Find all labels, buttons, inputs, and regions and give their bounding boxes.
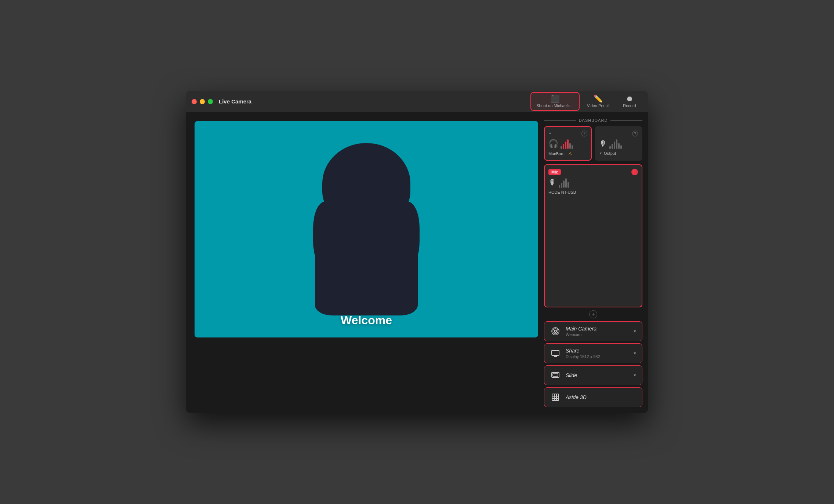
output-audio-card[interactable]: ? 🎙 ▼ [595, 126, 642, 161]
main-camera-icon [550, 325, 561, 337]
record-label: Record [623, 103, 636, 108]
output-help-icon[interactable]: ? [632, 131, 638, 136]
slide-row[interactable]: Slide ▼ [544, 365, 642, 385]
bar1 [561, 146, 562, 149]
slide-name: Slide [566, 372, 628, 378]
output-icon-row: 🎙 [599, 139, 638, 149]
app-window: Live Camera ⬛ Shoot on Michael's... ✏️ V… [186, 91, 648, 413]
mic-card-name: RODE NT-USB [548, 190, 638, 194]
slide-info: Slide [566, 372, 628, 378]
mic-level-bars [559, 178, 569, 188]
macbook-card-name: MacBoo... ⚠ [548, 151, 587, 156]
bar4 [567, 139, 569, 149]
obar1 [609, 146, 611, 149]
video-pencil-button[interactable]: ✏️ Video Pencil [582, 93, 614, 110]
macbook-level-bars [561, 139, 573, 149]
main-content: Welcome Dashboard ▼ ? 🎧 [186, 112, 648, 413]
shoot-on-button[interactable]: ⬛ Shoot on Michael's... [530, 92, 580, 111]
mbar4 [565, 178, 567, 188]
aside3d-name: Aside 3D [566, 394, 637, 400]
mic-icon-row: 🎙 [548, 178, 638, 188]
share-chevron: ▼ [633, 351, 637, 355]
macbook-warning-icon: ⚠ [568, 151, 572, 156]
mic-audio-card[interactable]: Mic 🚫 🎙 RODE NT-USB [544, 164, 642, 307]
mbar2 [561, 183, 562, 188]
aside3d-icon [550, 391, 561, 403]
main-camera-row[interactable]: Main Camera Webcam ▼ [544, 321, 642, 341]
main-camera-name: Main Camera [566, 326, 628, 332]
add-row: + [544, 310, 642, 319]
obar6 [620, 145, 622, 149]
bar3 [565, 142, 566, 149]
maximize-button[interactable] [208, 99, 213, 104]
macbook-name-text: MacBoo... [548, 151, 567, 156]
svg-point-1 [553, 329, 558, 334]
output-level-bars [609, 139, 622, 149]
macbook-icon-row: 🎧 [548, 139, 587, 149]
obar2 [612, 144, 613, 149]
camera-view: Welcome [195, 121, 538, 337]
obar5 [618, 143, 620, 149]
svg-rect-6 [553, 373, 558, 376]
share-icon [550, 347, 561, 359]
bar2 [563, 144, 564, 149]
macbook-dropdown: ▼ [548, 132, 552, 135]
macbook-card-header: ▼ ? [548, 131, 587, 136]
audio-row: ▼ ? 🎧 [544, 126, 642, 161]
aside3d-info: Aside 3D [566, 394, 637, 400]
traffic-lights [192, 99, 213, 104]
aside3d-row[interactable]: Aside 3D [544, 387, 642, 407]
mbar1 [559, 185, 560, 188]
slide-icon [550, 369, 561, 381]
shoot-icon: ⬛ [551, 95, 560, 102]
share-sub: Display 1512 x 982 [566, 354, 628, 359]
window-title: Live Camera [219, 98, 251, 105]
output-audio-icon: 🎙 [599, 139, 607, 149]
add-source-button[interactable]: + [589, 310, 597, 318]
macbook-help-icon[interactable]: ? [581, 131, 587, 136]
share-row[interactable]: Share Display 1512 x 982 ▼ [544, 343, 642, 363]
output-card-header: ? [599, 131, 638, 136]
camera-section: Welcome [186, 112, 538, 413]
macbook-audio-card[interactable]: ▼ ? 🎧 [544, 126, 592, 161]
output-dropdown: ▼ [599, 151, 602, 155]
mic-muted-icon[interactable]: 🚫 [631, 169, 638, 175]
toolbar-buttons: ⬛ Shoot on Michael's... ✏️ Video Pencil … [530, 91, 642, 112]
svg-point-0 [554, 330, 556, 332]
mic-audio-icon: 🎙 [548, 178, 556, 187]
macbook-audio-icon: 🎧 [548, 139, 558, 149]
dashboard-label: Dashboard [544, 118, 642, 123]
main-camera-info: Main Camera Webcam [566, 326, 628, 337]
record-button[interactable]: ⏺ Record [617, 93, 642, 110]
silhouette [308, 154, 425, 315]
slide-chevron: ▼ [633, 373, 637, 377]
main-camera-sub: Webcam [566, 332, 628, 337]
svg-rect-7 [552, 394, 559, 401]
title-bar: Live Camera ⬛ Shoot on Michael's... ✏️ V… [186, 91, 648, 112]
svg-rect-2 [552, 350, 559, 355]
obar3 [614, 142, 615, 149]
video-pencil-label: Video Pencil [587, 103, 609, 108]
bar5 [569, 143, 571, 149]
main-camera-chevron: ▼ [633, 329, 637, 333]
silhouette-body [315, 191, 418, 315]
mbar5 [568, 182, 569, 188]
mic-label: Mic [548, 169, 561, 175]
output-card-name: ▼ Output [599, 151, 638, 156]
shoot-label: Shoot on Michael's... [536, 103, 574, 108]
record-icon: ⏺ [626, 95, 633, 102]
share-info: Share Display 1512 x 982 [566, 348, 628, 359]
video-pencil-icon: ✏️ [594, 95, 603, 102]
dashboard-panel: Dashboard ▼ ? 🎧 [538, 112, 648, 413]
mic-card-header: Mic 🚫 [548, 169, 638, 175]
bar6 [572, 145, 573, 149]
obar4 [616, 139, 617, 149]
output-name-text: Output [604, 151, 616, 156]
share-name: Share [566, 348, 628, 354]
mbar3 [563, 180, 565, 188]
minimize-button[interactable] [200, 99, 205, 104]
mic-device-name: RODE NT-USB [548, 190, 576, 194]
close-button[interactable] [192, 99, 197, 104]
welcome-text: Welcome [341, 314, 392, 327]
